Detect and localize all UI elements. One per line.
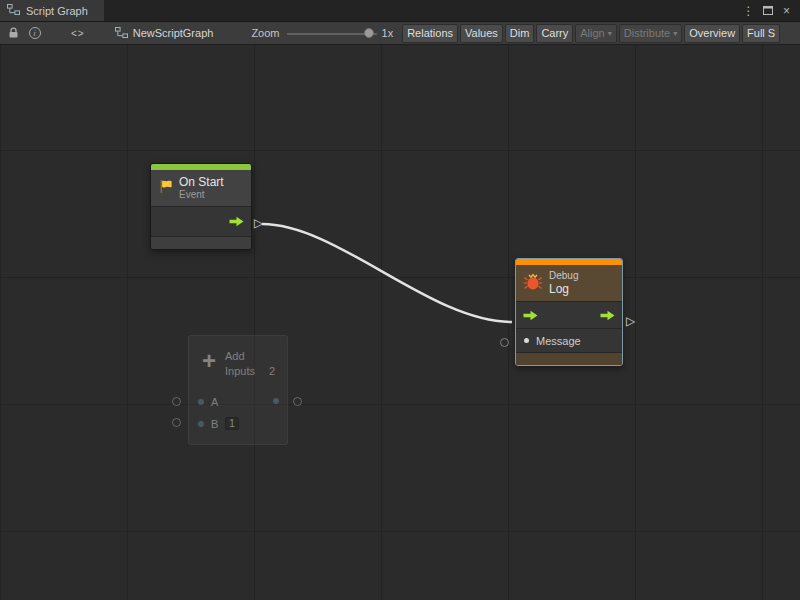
dropdown-arrow-icon: ▾ (608, 29, 612, 38)
on-start-header: On Start Event (151, 170, 251, 207)
add-inputs-field-label: Inputs (225, 364, 255, 379)
zoom-slider-handle[interactable] (364, 28, 374, 38)
trigger-output-port[interactable] (229, 216, 244, 227)
node-subtitle: Event (179, 189, 224, 201)
on-start-footer (151, 237, 251, 249)
graph-toolbar: i <> NewScriptGraph Zoom 1x Relations Va… (0, 22, 800, 45)
graph-breadcrumb[interactable]: NewScriptGraph (115, 27, 214, 40)
script-graph-asset-icon (115, 27, 128, 40)
titlebar: Script Graph ⋮ × (0, 0, 800, 22)
add-port-b-circle[interactable] (172, 418, 181, 427)
script-graph-icon (7, 4, 20, 17)
node-add-preview[interactable]: + Add Inputs 2 A B 1 (188, 335, 288, 445)
info-icon-glyph: i (29, 27, 41, 39)
node-debug-log[interactable]: Debug Log Message (515, 258, 623, 366)
zoom-label: Zoom (251, 27, 279, 39)
add-title: Add (225, 349, 275, 364)
port-b-label: B (211, 418, 218, 430)
window-menu-icon[interactable]: ⋮ (740, 2, 757, 20)
lock-icon[interactable] (3, 24, 24, 43)
node-on-start[interactable]: On Start Event (150, 163, 252, 250)
message-port-label: Message (536, 335, 581, 347)
add-inputs-count[interactable]: 2 (269, 364, 275, 379)
node-title: Log (549, 282, 578, 296)
align-button-label: Align (580, 27, 604, 39)
port-b-value-field[interactable]: 1 (225, 417, 239, 430)
close-icon[interactable]: × (778, 2, 795, 20)
bug-icon (523, 272, 543, 295)
graph-name: NewScriptGraph (133, 27, 214, 39)
message-port-row[interactable]: Message (516, 329, 622, 353)
zoom-value: 1x (382, 27, 394, 39)
carry-button[interactable]: Carry (536, 24, 573, 43)
carry-button-label: Carry (541, 27, 568, 39)
tab-label: Script Graph (26, 5, 88, 17)
maximize-icon[interactable] (759, 2, 776, 20)
relations-button-label: Relations (407, 27, 453, 39)
add-port-a-circle[interactable] (172, 397, 181, 406)
debug-log-footer (516, 353, 622, 365)
relations-button[interactable]: Relations (402, 24, 458, 43)
trigger-output-port[interactable] (600, 310, 615, 321)
wire-layer (0, 45, 800, 600)
node-title: On Start (179, 175, 224, 189)
wire-continue-arrow-icon: ▷ (626, 315, 635, 327)
wire-onstart-to-log[interactable] (262, 224, 512, 322)
fullscreen-button-label: Full S (747, 27, 775, 39)
message-input-port-circle[interactable] (500, 338, 509, 347)
node-category: Debug (549, 270, 578, 282)
on-start-flow-row (151, 207, 251, 237)
distribute-button-label: Distribute (624, 27, 670, 39)
window-controls: ⋮ × (740, 0, 800, 21)
port-a-label: A (211, 396, 218, 408)
port-row-a[interactable]: A (198, 396, 218, 408)
port-b-dot-icon (198, 421, 204, 427)
dropdown-arrow-icon: ▾ (673, 29, 677, 38)
trigger-input-port[interactable] (523, 310, 538, 321)
values-button-label: Values (465, 27, 498, 39)
graph-canvas[interactable]: On Start Event ▷ (0, 45, 800, 600)
info-icon[interactable]: i (24, 24, 45, 43)
port-a-dot-icon (198, 399, 204, 405)
overview-button-label: Overview (689, 27, 735, 39)
sum-output-dot-icon (273, 398, 279, 404)
debug-flow-row (516, 302, 622, 329)
flag-icon (158, 179, 173, 198)
tab-script-graph[interactable]: Script Graph (0, 0, 104, 21)
dim-button-label: Dim (510, 27, 530, 39)
add-header: + Add Inputs 2 (189, 336, 287, 380)
add-output-circle[interactable] (293, 397, 302, 406)
message-port-dot-icon (524, 338, 529, 343)
distribute-button: Distribute ▾ (619, 24, 682, 43)
align-button: Align ▾ (575, 24, 616, 43)
debug-log-header: Debug Log (516, 265, 622, 302)
overview-button[interactable]: Overview (684, 24, 740, 43)
edit-code-icon[interactable]: <> (71, 28, 85, 39)
fullscreen-button[interactable]: Full S (742, 24, 780, 43)
zoom-slider[interactable] (287, 24, 377, 43)
wire-start-arrow-icon: ▷ (254, 217, 263, 229)
port-row-b[interactable]: B 1 (198, 417, 239, 430)
plus-icon: + (202, 349, 216, 373)
dim-button[interactable]: Dim (505, 24, 535, 43)
values-button[interactable]: Values (460, 24, 503, 43)
